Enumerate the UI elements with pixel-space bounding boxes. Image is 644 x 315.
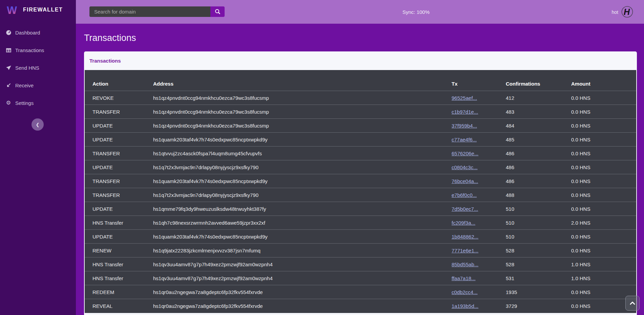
sidebar-item-send-hns[interactable]: Send HNS xyxy=(0,59,76,76)
tx-link[interactable]: c0db2cc4... xyxy=(452,289,478,295)
amount-cell: 0.0 HNS xyxy=(571,230,636,244)
tx-cell: 7771e6e1... xyxy=(452,244,506,257)
sidebar-item-transactions[interactable]: Transactions xyxy=(0,41,76,59)
table-row: UPDATE hs1quamk203taf4vk7h74s0edxpwc85nc… xyxy=(85,133,636,147)
wallet-menu-button[interactable]: hot H xyxy=(612,6,633,18)
svg-text:W: W xyxy=(7,4,17,16)
confirmations-cell: 485 xyxy=(506,133,571,147)
table-row: REVEAL hs1qr0au2ngegwa7za8gdeptc6fp32fkv… xyxy=(85,299,636,313)
amount-cell: 0.0 HNS xyxy=(571,202,636,216)
action-cell: UPDATE xyxy=(85,160,153,174)
amount-cell: 0.0 HNS xyxy=(571,147,636,160)
sidebar-nav: Dashboard Transactions Send HNS Receive … xyxy=(0,24,76,112)
tx-cell: 85bd55ab... xyxy=(452,257,506,271)
confirmations-cell: 528 xyxy=(506,257,571,271)
action-cell: HNS Transfer xyxy=(85,257,153,271)
address-cell: hs1quamk203taf4vk7h74s0edxpwc85ncptxwpkd… xyxy=(153,133,452,147)
scroll-to-top-button[interactable] xyxy=(625,296,640,311)
tx-cell: 96525aef... xyxy=(452,91,506,105)
address-cell: hs1qr0au2ngegwa7za8gdeptc6fp32fkv554fxrv… xyxy=(153,285,452,299)
sidebar-item-receive[interactable]: Receive xyxy=(0,76,76,94)
action-cell: REVEAL xyxy=(85,299,153,313)
app-logo[interactable]: W FIREWALLET xyxy=(0,0,76,20)
tx-link[interactable]: 76bce04a... xyxy=(452,178,478,184)
svg-text:H: H xyxy=(624,7,630,17)
sidebar-item-settings[interactable]: ⚙ Settings xyxy=(0,94,76,112)
card-title: Transactions xyxy=(89,58,121,64)
search-input[interactable] xyxy=(89,6,210,17)
tx-link[interactable]: c0804c3c... xyxy=(452,164,478,170)
confirmations-cell: 528 xyxy=(506,244,571,257)
tx-link[interactable]: 85bd55ab... xyxy=(452,262,478,267)
card-header: Transactions xyxy=(85,51,636,70)
sidebar-item-label: Send HNS xyxy=(15,65,39,71)
tx-link[interactable]: 37f959b4... xyxy=(452,123,477,129)
action-cell: REVOKE xyxy=(85,91,153,105)
action-cell: TRANSFER xyxy=(85,188,153,202)
address-cell: hs1q9jatx22283jzkcmlrnenjxvvzv387jsn7mfu… xyxy=(153,244,452,257)
search-button[interactable] xyxy=(210,6,225,17)
amount-cell: 0.0 HNS xyxy=(571,91,636,105)
table-row: RENEW hs1q9jatx22283jzkcmlrnenjxvvzv387j… xyxy=(85,244,636,257)
firewallet-logo-icon: W xyxy=(7,3,20,16)
transactions-card: Transactions Action Address Tx Confirmat… xyxy=(84,51,637,315)
address-cell: hs1quamk203taf4vk7h74s0edxpwc85ncptxwpkd… xyxy=(153,230,452,244)
send-icon xyxy=(5,65,12,71)
confirmations-cell: 486 xyxy=(506,147,571,160)
confirmations-cell: 412 xyxy=(506,91,571,105)
table-row: HNS Transfer hs1qv3uu4amv87g7p7h49xez2pm… xyxy=(85,271,636,285)
amount-cell: 0.0 HNS xyxy=(571,174,636,188)
search-icon xyxy=(215,9,221,15)
tx-link[interactable]: fc209f3a... xyxy=(452,220,475,226)
tx-cell: 6576206e... xyxy=(452,147,506,160)
tx-link[interactable]: 96525aef... xyxy=(452,95,477,101)
action-cell: TRANSFER xyxy=(85,174,153,188)
amount-cell: 2.0 HNS xyxy=(571,216,636,230)
confirmations-cell: 484 xyxy=(506,119,571,133)
address-cell: hs1qz4pnvdnt0ccg94nmkhcu0ezca79wc3s8fucs… xyxy=(153,119,452,133)
confirmations-cell: 510 xyxy=(506,216,571,230)
table-row: UPDATE hs1q7t2x3vmjac9n7drlapy08nyjyscjz… xyxy=(85,160,636,174)
transactions-icon xyxy=(5,47,12,53)
sidebar-item-dashboard[interactable]: Dashboard xyxy=(0,24,76,41)
sidebar-item-label: Receive xyxy=(15,83,34,88)
table-row: UPDATE hs1quamk203taf4vk7h74s0edxpwc85nc… xyxy=(85,230,636,244)
amount-cell: 0.0 HNS xyxy=(571,244,636,257)
table-row: TRANSFER hs1qtvvuj2zc4asck0fspa7l4uqm8um… xyxy=(85,147,636,160)
tx-cell: fc209f3a... xyxy=(452,216,506,230)
tx-cell: ffaa7a18... xyxy=(452,271,506,285)
confirmations-cell: 3729 xyxy=(506,299,571,313)
chevron-left-icon: ❮ xyxy=(36,122,40,127)
table-row: TRANSFER hs1qz4pnvdnt0ccg94nmkhcu0ezca79… xyxy=(85,105,636,119)
tx-link[interactable]: c77ae4f6... xyxy=(452,137,477,142)
tx-link[interactable]: 7d5b0ec7... xyxy=(452,206,478,212)
sidebar-item-label: Transactions xyxy=(15,47,44,53)
tx-link[interactable]: 7771e6e1... xyxy=(452,248,478,253)
tx-link[interactable]: c1b97d1e... xyxy=(452,109,478,115)
tx-link[interactable]: 6576206e... xyxy=(452,151,478,156)
action-cell: REDEEM xyxy=(85,285,153,299)
sidebar-item-label: Settings xyxy=(15,100,34,106)
sidebar-collapse-button[interactable]: ❮ xyxy=(32,118,44,131)
amount-cell: 1.0 HNS xyxy=(571,271,636,285)
tx-link[interactable]: 1b848862... xyxy=(452,234,478,240)
tx-link[interactable]: ffaa7a18... xyxy=(452,275,476,281)
confirmations-cell: 488 xyxy=(506,188,571,202)
address-cell: hs1qz4pnvdnt0ccg94nmkhcu0ezca79wc3s8fucs… xyxy=(153,91,452,105)
main-content: Transactions Transactions Action Address… xyxy=(76,24,644,315)
address-cell: hs1qtvvuj2zc4asck0fspa7l4uqm8umg45cfvupv… xyxy=(153,147,452,160)
action-cell: UPDATE xyxy=(85,119,153,133)
address-cell: hs1q7t2x3vmjac9n7drlapy08nyjyscjz9xsfky7… xyxy=(153,160,452,174)
receive-icon xyxy=(5,82,12,88)
tx-cell: c0db2cc4... xyxy=(452,285,506,299)
sidebar: W FIREWALLET Dashboard Transactions Send… xyxy=(0,0,76,315)
amount-cell: 0.0 HNS xyxy=(571,188,636,202)
table-row: UPDATE hs1qmme79fq3dy9hweuzuslksdw48trwu… xyxy=(85,202,636,216)
confirmations-cell: 531 xyxy=(506,271,571,285)
address-cell: hs1qh7c98nexsrzwrmnh2avved6awe59jzpr3xx2… xyxy=(153,216,452,230)
tx-link[interactable]: e7b6f0c0... xyxy=(452,192,477,198)
action-cell: TRANSFER xyxy=(85,147,153,160)
tx-cell: c0804c3c... xyxy=(452,160,506,174)
address-cell: hs1q7t2x3vmjac9n7drlapy08nyjyscjz9xsfky7… xyxy=(153,188,452,202)
tx-link[interactable]: 1a193b5d... xyxy=(452,303,478,309)
